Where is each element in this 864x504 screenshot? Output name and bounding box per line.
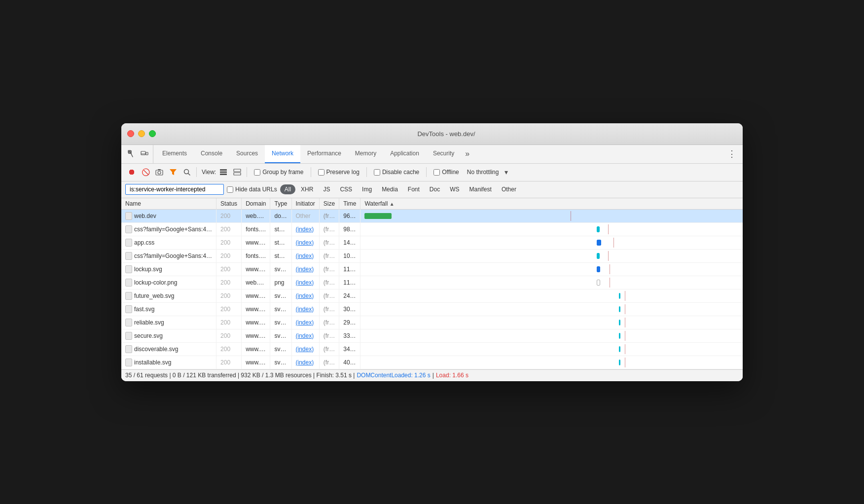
clear-button[interactable]: 🚫 [139,166,152,179]
toolbar-separator-4 [366,167,367,177]
network-rows: web.dev200web.devdocu…Other(from …964 ms… [121,209,743,369]
table-row[interactable]: lockup.svg200www.gstati…svg+xml(index)(f… [121,262,743,276]
offline-checkbox[interactable] [433,169,440,176]
col-header-status[interactable]: Status [216,198,242,210]
group-by-frame-label[interactable]: Group by frame [262,169,303,176]
filter-btn-other[interactable]: Other [497,184,521,194]
filter-btn-font[interactable]: Font [403,184,424,194]
table-row[interactable]: lockup-color.png200web.devpng(index)(fro… [121,276,743,289]
filter-btn-ws[interactable]: WS [445,184,464,194]
tab-performance[interactable]: Performance [300,145,348,163]
tab-console[interactable]: Console [194,145,229,163]
filter-btn-xhr[interactable]: XHR [296,184,318,194]
svg-rect-14 [234,173,241,175]
throttle-dropdown-arrow[interactable]: ▾ [500,166,512,179]
filter-button[interactable] [167,166,180,179]
preserve-log-label[interactable]: Preserve log [326,169,360,176]
group-by-frame-checkbox[interactable] [254,169,260,176]
title-bar: DevTools - web.dev/ [121,123,743,145]
record-button[interactable]: ⏺ [125,166,138,179]
tab-bar: Elements Console Sources Network Perform… [121,145,743,164]
table-row[interactable]: css?family=Google+Sans:4…200fonts.googl…… [121,222,743,236]
tab-security[interactable]: Security [426,145,461,163]
svg-rect-6 [158,169,161,170]
filter-bar: Hide data URLs AllXHRJSCSSImgMediaFontDo… [121,181,743,198]
window-title: DevTools - web.dev/ [156,130,737,138]
svg-rect-2 [146,152,148,155]
filter-btn-img[interactable]: Img [358,184,376,194]
preserve-log-checkbox[interactable] [318,169,324,176]
more-tabs-button[interactable]: » [461,145,473,163]
preserve-log-group: Preserve log [318,169,360,176]
col-header-initiator[interactable]: Initiator [291,198,319,210]
inspector-icon[interactable] [127,149,136,158]
camera-button[interactable] [153,166,166,179]
col-header-size[interactable]: Size [319,198,339,210]
table-row[interactable]: installable.svg200www.gstati…svg+xml(ind… [121,356,743,369]
devtools-window: DevTools - web.dev/ [121,123,743,381]
col-header-waterfall[interactable]: Waterfall ▲ [360,198,743,210]
view-list-button[interactable] [217,166,230,179]
col-header-name[interactable]: Name [121,198,216,210]
view-large-button[interactable] [231,166,244,179]
toolbar-separator-2 [247,167,247,177]
table-row[interactable]: css?family=Google+Sans:4…200fonts.googl…… [121,249,743,262]
device-toolbar-icon[interactable] [140,149,149,158]
network-table-container[interactable]: Name Status Domain Type Initiator Size T… [121,198,743,369]
close-button[interactable] [127,130,134,137]
tab-elements[interactable]: Elements [155,145,194,163]
hide-data-urls-group: Hide data URLs [227,186,277,193]
no-throttling-label: No throttling [467,169,499,176]
disable-cache-group: Disable cache [374,169,419,176]
svg-rect-12 [220,174,227,175]
tab-network[interactable]: Network [265,145,300,163]
filter-btn-all[interactable]: All [280,184,295,194]
filter-btn-js[interactable]: JS [319,184,334,194]
disable-cache-checkbox[interactable] [374,169,380,176]
offline-label[interactable]: Offline [442,169,459,176]
traffic-lights [127,130,156,137]
view-label: View: [202,169,216,176]
filter-btn-media[interactable]: Media [377,184,402,194]
table-header: Name Status Domain Type Initiator Size T… [121,198,743,210]
devtools-menu-button[interactable]: ⋮ [721,145,743,163]
toolbar-separator-3 [311,167,311,177]
filter-btn-doc[interactable]: Doc [425,184,444,194]
toolbar-separator-1 [196,167,197,177]
filter-btn-css[interactable]: CSS [335,184,357,194]
svg-rect-11 [220,172,227,173]
filter-btn-manifest[interactable]: Manifest [465,184,496,194]
table-row[interactable]: discoverable.svg200www.gstati…svg+xml(in… [121,342,743,356]
network-toolbar: ⏺ 🚫 View: [121,164,743,181]
devtools-body: Elements Console Sources Network Perform… [121,145,743,381]
offline-group: Offline [433,169,459,176]
status-bar: 35 / 61 requests | 0 B / 121 KB transfer… [121,369,743,381]
table-row[interactable]: app.css200www.gstati…styles…(index)(from… [121,236,743,249]
col-header-type[interactable]: Type [270,198,291,210]
hide-data-urls-label[interactable]: Hide data URLs [235,186,277,193]
svg-rect-13 [234,169,241,172]
col-header-domain[interactable]: Domain [242,198,270,210]
table-row[interactable]: future_web.svg200www.gstati…svg+xml(inde… [121,289,743,302]
table-row[interactable]: reliable.svg200www.gstati…svg+xml(index)… [121,316,743,329]
status-separator: | [432,372,434,379]
group-by-frame-group: Group by frame [254,169,303,176]
load-text: Load: 1.66 s [436,372,468,379]
search-button[interactable] [180,166,193,179]
toolbar-separator-5 [426,167,427,177]
tab-sources[interactable]: Sources [229,145,265,163]
filter-type-buttons: AllXHRJSCSSImgMediaFontDocWSManifestOthe… [280,184,521,194]
filter-input[interactable] [125,184,224,195]
tab-application[interactable]: Application [383,145,426,163]
col-header-time[interactable]: Time [339,198,360,210]
tab-bar-icons [123,145,153,163]
svg-rect-10 [220,169,227,171]
tab-memory[interactable]: Memory [348,145,383,163]
minimize-button[interactable] [138,130,145,137]
fullscreen-button[interactable] [149,130,156,137]
disable-cache-label[interactable]: Disable cache [382,169,419,176]
table-row[interactable]: web.dev200web.devdocu…Other(from …964 ms [121,209,743,222]
hide-data-urls-checkbox[interactable] [227,186,233,193]
table-row[interactable]: secure.svg200www.gstati…svg+xml(index)(f… [121,329,743,342]
table-row[interactable]: fast.svg200www.gstati…svg+xml(index)(fro… [121,302,743,316]
